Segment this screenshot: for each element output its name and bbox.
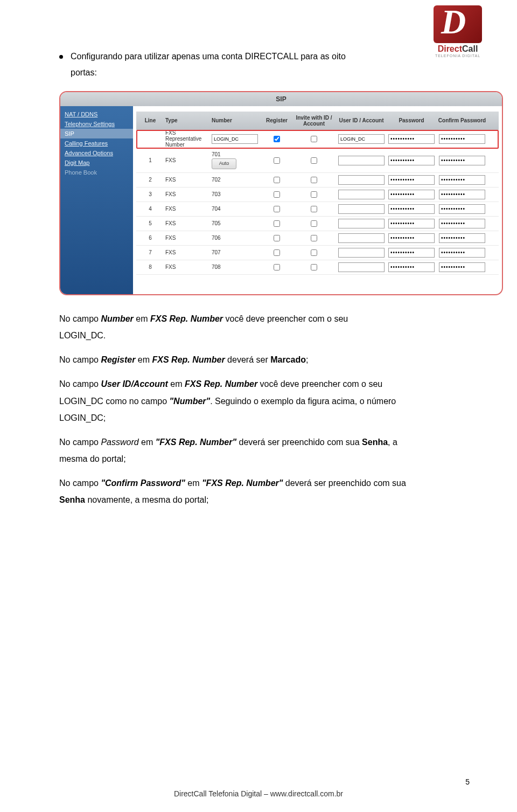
confirm-password-input[interactable]	[439, 219, 485, 228]
paragraph-3: No campo User ID/Account em FXS Rep. Num…	[59, 376, 469, 426]
table-row: 1FXS701Auto	[136, 149, 499, 173]
sidebar-nav: NAT / DDNS Telephony Settings SIP Callin…	[60, 106, 133, 294]
register-checkbox[interactable]	[274, 136, 280, 142]
sidebar-item-telephony[interactable]: Telephony Settings	[60, 119, 133, 129]
password-input[interactable]	[388, 248, 435, 258]
invite-checkbox[interactable]	[311, 249, 317, 256]
confirm-password-input[interactable]	[439, 190, 485, 199]
register-checkbox[interactable]	[274, 220, 280, 227]
cell-number: 707	[209, 249, 262, 255]
confirm-password-input[interactable]	[439, 204, 485, 214]
confirm-password-input[interactable]	[439, 156, 485, 165]
paragraph-4: No campo Password em "FXS Rep. Number" d…	[59, 434, 469, 467]
register-checkbox[interactable]	[274, 249, 280, 256]
page-footer: DirectCall Telefonia Digital – www.direc…	[0, 789, 517, 798]
paragraph-5: No campo "Confirm Password" em "FXS Rep.…	[59, 475, 469, 508]
cell-type: FXS	[164, 157, 209, 163]
paragraph-1: No campo Number em FXS Rep. Number você …	[59, 310, 469, 344]
userid-input[interactable]	[338, 248, 385, 258]
cell-line: 6	[136, 235, 164, 241]
userid-input[interactable]	[338, 175, 385, 185]
cell-line: 4	[136, 206, 164, 212]
cell-line: 2	[136, 177, 164, 183]
confirm-password-input[interactable]	[439, 233, 485, 243]
hdr-line: Line	[136, 117, 164, 123]
userid-input[interactable]	[338, 219, 385, 228]
register-checkbox[interactable]	[274, 264, 280, 270]
logo-text: DirectCall	[420, 44, 495, 54]
table-row: 8FXS708	[136, 260, 499, 275]
userid-input[interactable]	[338, 190, 385, 199]
cell-type: FXS Representative Number	[164, 130, 209, 148]
bullet-text-1: Configurando para utilizar apenas uma co…	[71, 52, 346, 61]
cell-type: FXS	[164, 264, 209, 270]
intro-bullet: Configurando para utilizar apenas uma co…	[59, 48, 469, 81]
password-input[interactable]	[388, 134, 435, 144]
bullet-icon	[59, 55, 63, 59]
paragraph-2: No campo Register em FXS Rep. Number dev…	[59, 351, 469, 368]
cell-number: 701Auto	[209, 151, 262, 169]
hdr-register: Register	[262, 117, 291, 123]
invite-checkbox[interactable]	[311, 157, 317, 164]
register-checkbox[interactable]	[274, 191, 280, 198]
hdr-invite: Invite with ID / Account	[291, 115, 337, 127]
invite-checkbox[interactable]	[311, 177, 317, 183]
password-input[interactable]	[388, 233, 435, 243]
userid-input[interactable]	[338, 233, 385, 243]
sidebar-item-advanced[interactable]: Advanced Options	[60, 148, 133, 158]
register-checkbox[interactable]	[274, 235, 280, 241]
invite-checkbox[interactable]	[311, 191, 317, 198]
sidebar-item-calling[interactable]: Calling Features	[60, 138, 133, 148]
confirm-password-input[interactable]	[439, 248, 485, 258]
cell-line: 7	[136, 249, 164, 255]
logo-word1: Direct	[438, 44, 462, 53]
userid-input[interactable]	[338, 204, 385, 214]
confirm-password-input[interactable]	[439, 262, 485, 272]
auto-button[interactable]: Auto	[212, 158, 236, 169]
password-input[interactable]	[388, 204, 435, 214]
row-fxs-rep: FXS Representative Number	[136, 130, 499, 149]
table-row: 7FXS707	[136, 246, 499, 260]
password-input[interactable]	[388, 156, 435, 165]
table-row: 6FXS706	[136, 231, 499, 246]
hdr-confirm: Confirm Password	[437, 117, 487, 123]
hdr-userid: User ID / Account	[337, 117, 386, 123]
password-input[interactable]	[388, 219, 435, 228]
table-row: 2FXS702	[136, 173, 499, 188]
sidebar-item-phonebook[interactable]: Phone Book	[60, 168, 133, 177]
cell-number: 706	[209, 235, 262, 241]
invite-checkbox[interactable]	[311, 264, 317, 270]
table-row: 5FXS705	[136, 217, 499, 231]
cell-type: FXS	[164, 177, 209, 183]
userid-input[interactable]	[338, 156, 385, 165]
confirm-password-input[interactable]	[439, 134, 485, 144]
invite-checkbox[interactable]	[311, 206, 317, 212]
userid-input[interactable]	[338, 134, 385, 144]
sip-table: Line Type Number Register Invite with ID…	[133, 106, 502, 294]
cell-number: 703	[209, 191, 262, 197]
table-row: 4FXS704	[136, 202, 499, 217]
invite-checkbox[interactable]	[311, 235, 317, 241]
sidebar-item-sip[interactable]: SIP	[60, 129, 133, 138]
cell-type: FXS	[164, 206, 209, 212]
sidebar-item-digitmap[interactable]: Digit Map	[60, 158, 133, 168]
cell-line: 3	[136, 191, 164, 197]
register-checkbox[interactable]	[274, 177, 280, 183]
password-input[interactable]	[388, 190, 435, 199]
userid-input[interactable]	[338, 262, 385, 272]
logo-subtitle: TELEFONIA DIGITAL	[420, 54, 495, 58]
sidebar-item-nat[interactable]: NAT / DDNS	[60, 109, 133, 119]
table-header: Line Type Number Register Invite with ID…	[136, 112, 499, 130]
invite-checkbox[interactable]	[311, 136, 317, 142]
register-checkbox[interactable]	[274, 206, 280, 212]
logo-word2: Call	[462, 44, 478, 53]
confirm-password-input[interactable]	[439, 175, 485, 185]
register-checkbox[interactable]	[274, 157, 280, 164]
cell-type: FXS	[164, 220, 209, 226]
invite-checkbox[interactable]	[311, 220, 317, 227]
password-input[interactable]	[388, 262, 435, 272]
cell-number: 708	[209, 264, 262, 270]
cell-line: 8	[136, 264, 164, 270]
number-input[interactable]	[212, 134, 258, 144]
password-input[interactable]	[388, 175, 435, 185]
